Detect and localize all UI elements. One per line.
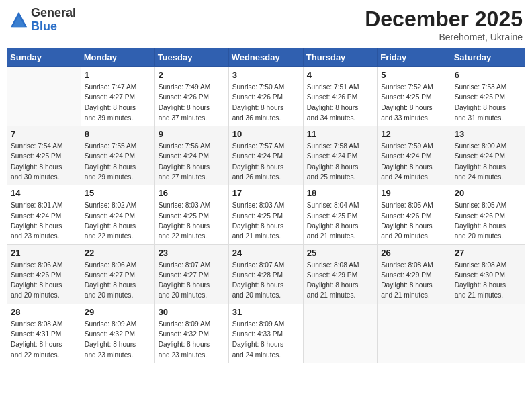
day-info: Sunrise: 7:59 AMSunset: 4:24 PMDaylight:…: [381, 141, 447, 182]
logo-general-text: General: [31, 6, 76, 19]
day-number: 8: [85, 129, 151, 139]
day-number: 12: [381, 129, 447, 139]
day-number: 3: [232, 70, 300, 80]
day-number: 29: [85, 307, 151, 317]
day-info: Sunrise: 8:08 AMSunset: 4:29 PMDaylight:…: [381, 260, 447, 301]
day-info: Sunrise: 8:08 AMSunset: 4:31 PMDaylight:…: [11, 319, 77, 360]
day-number: 23: [159, 248, 225, 258]
day-info: Sunrise: 7:51 AMSunset: 4:26 PMDaylight:…: [307, 82, 373, 123]
day-info: Sunrise: 8:08 AMSunset: 4:29 PMDaylight:…: [307, 260, 373, 301]
calendar-cell-2-3: 9Sunrise: 7:56 AMSunset: 4:24 PMDaylight…: [154, 126, 228, 185]
calendar-cell-1-4: 3Sunrise: 7:50 AMSunset: 4:26 PMDaylight…: [228, 67, 303, 126]
day-number: 25: [307, 248, 373, 258]
day-number: 9: [159, 129, 225, 139]
day-info: Sunrise: 7:53 AMSunset: 4:25 PMDaylight:…: [455, 82, 521, 123]
day-info: Sunrise: 7:52 AMSunset: 4:25 PMDaylight:…: [381, 82, 447, 123]
day-info: Sunrise: 8:06 AMSunset: 4:27 PMDaylight:…: [85, 260, 151, 301]
day-number: 2: [159, 70, 225, 80]
calendar-cell-5-5: [303, 304, 377, 363]
calendar-cell-4-6: 26Sunrise: 8:08 AMSunset: 4:29 PMDayligh…: [378, 244, 451, 304]
calendar-table: SundayMondayTuesdayWednesdayThursdayFrid…: [7, 48, 525, 363]
calendar-cell-2-2: 8Sunrise: 7:55 AMSunset: 4:24 PMDaylight…: [81, 126, 154, 185]
calendar-cell-3-1: 14Sunrise: 8:01 AMSunset: 4:24 PMDayligh…: [7, 185, 81, 244]
day-number: 10: [232, 129, 300, 139]
day-info: Sunrise: 8:04 AMSunset: 4:25 PMDaylight:…: [307, 200, 373, 241]
weekday-header-thursday: Thursday: [303, 48, 377, 67]
day-info: Sunrise: 7:56 AMSunset: 4:24 PMDaylight:…: [159, 141, 225, 182]
day-info: Sunrise: 8:09 AMSunset: 4:33 PMDaylight:…: [232, 319, 300, 360]
day-info: Sunrise: 7:57 AMSunset: 4:24 PMDaylight:…: [232, 141, 300, 182]
calendar-cell-2-4: 10Sunrise: 7:57 AMSunset: 4:24 PMDayligh…: [228, 126, 303, 185]
month-title: December 2025: [365, 7, 523, 32]
calendar-cell-3-7: 20Sunrise: 8:05 AMSunset: 4:26 PMDayligh…: [451, 185, 525, 244]
day-info: Sunrise: 8:07 AMSunset: 4:28 PMDaylight:…: [232, 260, 300, 301]
calendar-cell-5-1: 28Sunrise: 8:08 AMSunset: 4:31 PMDayligh…: [7, 304, 81, 363]
logo-blue-text: Blue: [31, 19, 57, 33]
day-number: 28: [11, 307, 77, 317]
calendar-cell-5-7: [451, 304, 525, 363]
day-info: Sunrise: 8:02 AMSunset: 4:24 PMDaylight:…: [85, 200, 151, 241]
location-text: Berehomet, Ukraine: [365, 32, 523, 42]
weekday-header-monday: Monday: [81, 48, 154, 67]
day-number: 26: [381, 248, 447, 258]
day-number: 18: [307, 188, 373, 198]
calendar-cell-1-2: 1Sunrise: 7:47 AMSunset: 4:27 PMDaylight…: [81, 67, 154, 126]
calendar-cell-2-7: 13Sunrise: 8:00 AMSunset: 4:24 PMDayligh…: [451, 126, 525, 185]
day-number: 19: [381, 188, 447, 198]
day-number: 5: [381, 70, 447, 80]
day-number: 21: [11, 248, 77, 258]
day-number: 16: [159, 188, 225, 198]
day-info: Sunrise: 8:00 AMSunset: 4:24 PMDaylight:…: [455, 141, 521, 182]
day-info: Sunrise: 8:01 AMSunset: 4:24 PMDaylight:…: [11, 200, 77, 241]
calendar-cell-4-4: 24Sunrise: 8:07 AMSunset: 4:28 PMDayligh…: [228, 244, 303, 304]
calendar-cell-4-3: 23Sunrise: 8:07 AMSunset: 4:27 PMDayligh…: [154, 244, 228, 304]
day-info: Sunrise: 8:05 AMSunset: 4:26 PMDaylight:…: [455, 200, 521, 241]
calendar-cell-5-2: 29Sunrise: 8:09 AMSunset: 4:32 PMDayligh…: [81, 304, 154, 363]
calendar-cell-2-6: 12Sunrise: 7:59 AMSunset: 4:24 PMDayligh…: [378, 126, 451, 185]
day-number: 13: [455, 129, 521, 139]
calendar-cell-3-5: 18Sunrise: 8:04 AMSunset: 4:25 PMDayligh…: [303, 185, 377, 244]
day-info: Sunrise: 8:07 AMSunset: 4:27 PMDaylight:…: [159, 260, 225, 301]
calendar-cell-1-3: 2Sunrise: 7:49 AMSunset: 4:26 PMDaylight…: [154, 67, 228, 126]
week-row-2: 7Sunrise: 7:54 AMSunset: 4:25 PMDaylight…: [7, 126, 525, 185]
day-number: 1: [85, 70, 151, 80]
day-number: 6: [455, 70, 521, 80]
calendar-cell-1-6: 5Sunrise: 7:52 AMSunset: 4:25 PMDaylight…: [378, 67, 451, 126]
logo-icon: [9, 11, 28, 30]
weekday-header-tuesday: Tuesday: [154, 48, 228, 67]
calendar-cell-3-6: 19Sunrise: 8:05 AMSunset: 4:26 PMDayligh…: [378, 185, 451, 244]
day-number: 24: [232, 248, 300, 258]
calendar-cell-3-3: 16Sunrise: 8:03 AMSunset: 4:25 PMDayligh…: [154, 185, 228, 244]
day-info: Sunrise: 7:47 AMSunset: 4:27 PMDaylight:…: [85, 82, 151, 123]
calendar-cell-5-3: 30Sunrise: 8:09 AMSunset: 4:32 PMDayligh…: [154, 304, 228, 363]
calendar-cell-1-1: [7, 67, 81, 126]
day-number: 11: [307, 129, 373, 139]
day-number: 27: [455, 248, 521, 258]
calendar-cell-1-5: 4Sunrise: 7:51 AMSunset: 4:26 PMDaylight…: [303, 67, 377, 126]
day-number: 14: [11, 188, 77, 198]
day-info: Sunrise: 8:06 AMSunset: 4:26 PMDaylight:…: [11, 260, 77, 301]
day-info: Sunrise: 7:49 AMSunset: 4:26 PMDaylight:…: [159, 82, 225, 123]
day-info: Sunrise: 8:05 AMSunset: 4:26 PMDaylight:…: [381, 200, 447, 241]
calendar-cell-1-7: 6Sunrise: 7:53 AMSunset: 4:25 PMDaylight…: [451, 67, 525, 126]
page-header: General Blue December 2025 Berehomet, Uk…: [7, 7, 525, 42]
day-info: Sunrise: 8:09 AMSunset: 4:32 PMDaylight:…: [159, 319, 225, 360]
calendar-cell-5-4: 31Sunrise: 8:09 AMSunset: 4:33 PMDayligh…: [228, 304, 303, 363]
day-number: 20: [455, 188, 521, 198]
week-row-3: 14Sunrise: 8:01 AMSunset: 4:24 PMDayligh…: [7, 185, 525, 244]
day-number: 15: [85, 188, 151, 198]
weekday-header-row: SundayMondayTuesdayWednesdayThursdayFrid…: [7, 48, 525, 67]
weekday-header-wednesday: Wednesday: [228, 48, 303, 67]
day-info: Sunrise: 8:03 AMSunset: 4:25 PMDaylight:…: [232, 200, 300, 241]
calendar-cell-2-5: 11Sunrise: 7:58 AMSunset: 4:24 PMDayligh…: [303, 126, 377, 185]
calendar-cell-4-1: 21Sunrise: 8:06 AMSunset: 4:26 PMDayligh…: [7, 244, 81, 304]
calendar-cell-4-2: 22Sunrise: 8:06 AMSunset: 4:27 PMDayligh…: [81, 244, 154, 304]
calendar-cell-4-5: 25Sunrise: 8:08 AMSunset: 4:29 PMDayligh…: [303, 244, 377, 304]
day-info: Sunrise: 8:08 AMSunset: 4:30 PMDaylight:…: [455, 260, 521, 301]
day-number: 17: [232, 188, 300, 198]
day-info: Sunrise: 8:03 AMSunset: 4:25 PMDaylight:…: [159, 200, 225, 241]
day-number: 22: [85, 248, 151, 258]
day-number: 7: [11, 129, 77, 139]
day-info: Sunrise: 7:50 AMSunset: 4:26 PMDaylight:…: [232, 82, 300, 123]
calendar-cell-2-1: 7Sunrise: 7:54 AMSunset: 4:25 PMDaylight…: [7, 126, 81, 185]
